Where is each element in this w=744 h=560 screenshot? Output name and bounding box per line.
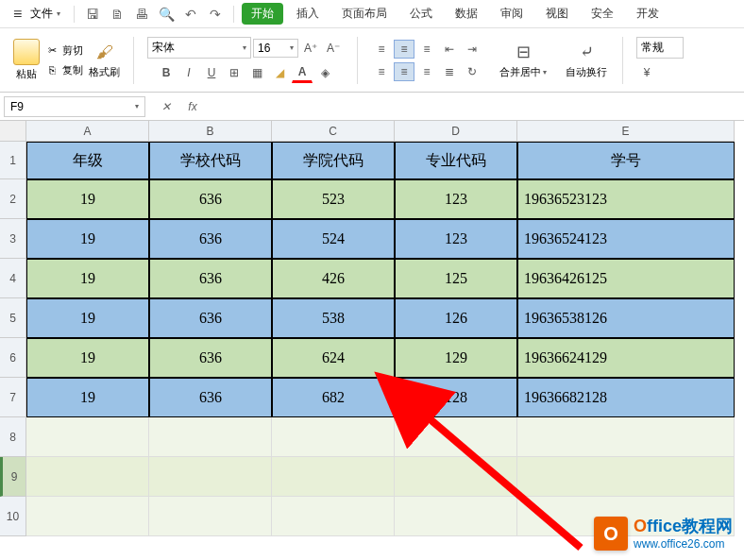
- cell[interactable]: 学号: [517, 142, 735, 179]
- font-color-button[interactable]: A: [292, 62, 313, 83]
- merge-center-button[interactable]: ⊟ 合并居中▾: [492, 39, 554, 81]
- tab-insert[interactable]: 插入: [287, 3, 329, 25]
- cell[interactable]: [395, 457, 517, 497]
- cell[interactable]: 128: [395, 378, 517, 417]
- column-header[interactable]: D: [395, 121, 517, 142]
- tab-security[interactable]: 安全: [582, 3, 623, 25]
- italic-button[interactable]: I: [178, 62, 199, 83]
- justify-button[interactable]: ≣: [439, 62, 460, 81]
- cell[interactable]: 年级: [26, 142, 149, 179]
- redo-icon[interactable]: ↷: [205, 4, 226, 25]
- tab-home[interactable]: 开始: [242, 3, 283, 25]
- number-format-select[interactable]: 常规: [636, 37, 684, 59]
- cell[interactable]: 学院代码: [272, 142, 395, 179]
- cell[interactable]: 123: [395, 179, 517, 219]
- orientation-button[interactable]: ↻: [462, 62, 482, 81]
- cancel-icon[interactable]: ✕: [157, 97, 176, 116]
- column-header[interactable]: E: [517, 121, 735, 142]
- name-box[interactable]: F9 ▾: [4, 96, 145, 117]
- cell[interactable]: 19: [26, 179, 149, 219]
- row-header[interactable]: 6: [0, 338, 26, 378]
- print-icon[interactable]: 🖶: [131, 4, 152, 25]
- row-header[interactable]: 8: [0, 417, 26, 457]
- row-header[interactable]: 5: [0, 298, 26, 338]
- cell[interactable]: 538: [272, 298, 395, 338]
- fill-color-button[interactable]: ◢: [269, 62, 290, 83]
- cell[interactable]: 523: [272, 179, 395, 219]
- cell[interactable]: [272, 417, 395, 457]
- font-name-select[interactable]: 宋体 ▾: [147, 37, 251, 59]
- cell[interactable]: 524: [272, 219, 395, 259]
- align-center-button[interactable]: ≡: [394, 62, 414, 81]
- column-header[interactable]: C: [272, 121, 395, 142]
- paste-button[interactable]: 粘贴: [13, 39, 40, 81]
- cell[interactable]: [26, 417, 149, 457]
- tab-review[interactable]: 审阅: [491, 3, 533, 25]
- wrap-text-button[interactable]: ⤶ 自动换行: [558, 39, 615, 81]
- cut-button[interactable]: ✂ 剪切: [43, 42, 85, 59]
- cell[interactable]: 19: [26, 338, 149, 378]
- cell[interactable]: 125: [395, 259, 517, 298]
- align-top-button[interactable]: ≡: [371, 40, 392, 59]
- cell[interactable]: 636: [149, 179, 272, 219]
- cell[interactable]: 624: [272, 338, 395, 378]
- cell[interactable]: 129: [395, 338, 517, 378]
- pattern-button[interactable]: ▦: [246, 62, 267, 83]
- cell[interactable]: [272, 457, 395, 497]
- cell[interactable]: 636: [149, 219, 272, 259]
- fx-icon[interactable]: fx: [183, 97, 202, 116]
- file-menu[interactable]: 文件 ▾: [8, 4, 66, 25]
- cell[interactable]: [395, 417, 517, 457]
- font-size-select[interactable]: 16 ▾: [253, 39, 298, 58]
- tab-dev[interactable]: 开发: [627, 3, 668, 25]
- cell[interactable]: 126: [395, 298, 517, 338]
- font-effects-button[interactable]: ◈: [314, 62, 335, 83]
- tab-formula[interactable]: 公式: [400, 3, 442, 25]
- save-icon[interactable]: 🖫: [82, 4, 103, 25]
- decrease-font-button[interactable]: A⁻: [323, 38, 344, 59]
- row-header[interactable]: 10: [0, 497, 26, 536]
- row-header[interactable]: 3: [0, 219, 26, 259]
- align-middle-button[interactable]: ≡: [394, 40, 414, 59]
- cell[interactable]: 636: [149, 378, 272, 417]
- row-header[interactable]: 4: [0, 259, 26, 298]
- print-preview-icon[interactable]: 🔍: [156, 4, 177, 25]
- cell[interactable]: [517, 457, 735, 497]
- copy-button[interactable]: ⎘ 复制: [43, 61, 85, 79]
- cell[interactable]: [149, 417, 272, 457]
- row-header[interactable]: 9: [0, 457, 26, 497]
- cell[interactable]: 426: [272, 259, 395, 298]
- cell[interactable]: 学校代码: [149, 142, 272, 179]
- cell[interactable]: 19: [26, 378, 149, 417]
- cell[interactable]: 636: [149, 298, 272, 338]
- save-as-icon[interactable]: 🗎: [107, 4, 127, 25]
- cell[interactable]: [26, 497, 149, 536]
- cell-grid[interactable]: 年级学校代码学院代码专业代码学号196365231231963652312319…: [26, 142, 735, 536]
- format-painter-button[interactable]: 🖌 格式刷: [89, 41, 120, 79]
- cell[interactable]: 19636426125: [517, 259, 735, 298]
- cell[interactable]: 123: [395, 219, 517, 259]
- cell[interactable]: 636: [149, 338, 272, 378]
- undo-icon[interactable]: ↶: [180, 4, 201, 25]
- cell[interactable]: [395, 497, 517, 536]
- cell[interactable]: 专业代码: [395, 142, 517, 179]
- align-bottom-button[interactable]: ≡: [416, 40, 437, 59]
- cell[interactable]: 19636524123: [517, 219, 735, 259]
- tab-data[interactable]: 数据: [446, 3, 487, 25]
- increase-font-button[interactable]: A⁺: [300, 38, 321, 59]
- row-header[interactable]: 1: [0, 142, 26, 179]
- cell[interactable]: 19636538126: [517, 298, 735, 338]
- align-left-button[interactable]: ≡: [371, 62, 392, 81]
- cell[interactable]: 19: [26, 259, 149, 298]
- select-all-corner[interactable]: [0, 121, 26, 142]
- cell[interactable]: [149, 457, 272, 497]
- cell[interactable]: 19636682128: [517, 378, 735, 417]
- tab-view[interactable]: 视图: [536, 3, 578, 25]
- cell[interactable]: 682: [272, 378, 395, 417]
- tab-layout[interactable]: 页面布局: [332, 3, 397, 25]
- align-right-button[interactable]: ≡: [416, 62, 437, 81]
- cell[interactable]: [149, 497, 272, 536]
- column-header[interactable]: B: [149, 121, 272, 142]
- bold-button[interactable]: B: [156, 62, 177, 83]
- underline-button[interactable]: U: [201, 62, 222, 83]
